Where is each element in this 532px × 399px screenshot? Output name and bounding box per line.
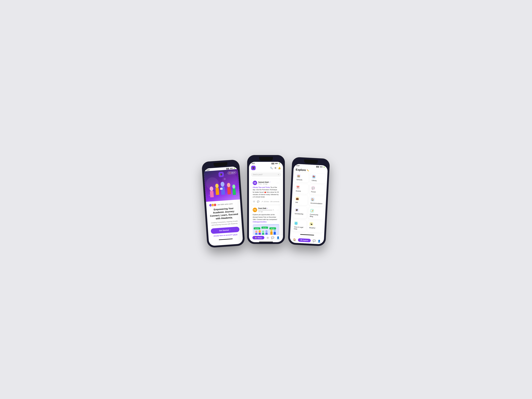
scholarship-label: Scholarship [295,213,305,215]
home-indicator-1 [219,239,233,240]
comment-icon[interactable]: 💬 [257,201,259,203]
post-input[interactable]: Send a post? ✈ [251,172,281,177]
svg-rect-7 [221,186,225,195]
community-blog-icon: 📝 [310,209,314,213]
post2-meta: Event Announcements 🎖 · 1m ago [258,209,277,212]
explore-card-library[interactable]: 📚 Library [310,173,326,184]
wifi-icon-3: WiFi [320,166,323,168]
search-icon[interactable]: 🔍 [270,167,273,169]
like-icon[interactable]: 🤍 [253,201,255,203]
scholarship-icon: 🎓 [295,208,299,212]
send-icon: ✈ [278,174,279,176]
svg-rect-5 [215,188,219,195]
explore-nav-messages[interactable]: 💬 [313,239,316,242]
home-label: Home [258,237,262,239]
explore-nav-home[interactable]: 🏠 [293,238,296,241]
onboard-title: Empowering Your Academic Journey: Connec… [209,207,239,221]
post1-avatar: SA [253,181,257,185]
post1-text: #Study Tips and Tricks Tip of the day: U… [253,186,279,198]
language-button[interactable]: 🇬🇧 EN ▾ [227,171,237,175]
post2-user: FO Femi Ote$ ✓ Event Announcements 🎖 · 1… [253,207,277,212]
weather-label: Weather [309,227,321,229]
svg-rect-3 [210,191,214,197]
explore-card-forum[interactable]: 💬 Forum [309,184,325,195]
grid-icon: ⊞ [267,236,269,239]
nav-home[interactable]: 🏠 Home [253,236,265,239]
events-icon: 📅 [296,185,300,189]
explore-card-accommodation[interactable]: 🏠 Accommodation [309,196,325,207]
login-link[interactable]: Log in [233,234,237,235]
nav-explore[interactable]: ⊞ [267,236,269,239]
explore-card-classroom[interactable]: 🖥 Classroom [307,234,323,234]
filter-icon[interactable]: ⚙ [274,167,276,169]
svg-text:WE ARE: WE ARE [271,228,274,229]
feed-scroll[interactable]: SA Samuel Abati ✓ Posts · 1m ago ··· [249,178,283,235]
explore-card-weather[interactable]: 🌤 Weather [307,220,323,233]
app-scene: 9:27 ▌▌▌ WiFi 🔋 🎓 🇬🇧 EN ▾ [204,155,328,244]
phone-explore: 9:27 ▌▌▌ WiFi 🔋 Explore ✏️ [288,157,330,246]
community-blog-label: Community Blog [310,213,322,218]
schools-label: Schools [296,179,307,181]
svg-rect-9 [227,187,231,194]
svg-point-17 [255,231,257,233]
explore-card-events[interactable]: 📅 Events [294,183,309,194]
share-icon[interactable]: ↗ [261,201,263,203]
visa-label: Visa & Legal Help [294,226,304,230]
signal-icon: ▌▌▌ [226,168,229,169]
get-started-button[interactable]: Get Started ← [211,227,240,234]
svg-rect-11 [233,188,236,195]
explore-grid: 🏫 Schools 📚 Library 📅 Events [290,172,328,234]
users-row: A B C Join 500K active users [209,202,238,207]
home-icon: 🏠 [255,237,257,239]
explore-scroll[interactable]: 🏫 Schools 📚 Library 📅 Events [290,172,328,234]
svg-text:RECRUITING: RECRUITING [262,228,267,229]
signal-icon-2: ▌▌▌ [272,163,275,164]
explore-card-visa[interactable]: 🌐 Visa & Legal Help [292,219,307,232]
wifi-icon: WiFi [230,167,233,169]
phone-feed: 9:27 ▌▌▌ WiFi 🔋 🎓 🔍 ⚙ 🔔 Send a post? [247,155,285,244]
onboard-subtitle: Creating Connections, Inspiring Growth, … [210,220,239,226]
profile-icon: 👤 [277,236,279,239]
explore-nav-profile[interactable]: 👤 [317,239,321,243]
chevron-down-icon: ▾ [234,172,235,173]
schools-icon: 🏫 [297,174,300,178]
svg-rect-12 [220,188,223,190]
feed-header: 🎓 🔍 ⚙ 🔔 [249,165,283,171]
feed-post-2: FO Femi Ote$ ✓ Event Announcements 🎖 · 1… [251,206,281,235]
login-text: Already have an account? [214,234,233,237]
explore-card-community-blog[interactable]: 📝 Community Blog [308,207,324,220]
post2-avatar: FO [253,208,257,212]
nav-profile[interactable]: 👤 [277,236,279,239]
svg-text:WE ARE: WE ARE [255,228,259,229]
accommodation-icon: 🏠 [310,197,315,202]
recruiting-illustration: WE ARE RECRUITING WE ARE RECRUITING WE A… [253,224,279,235]
visa-icon: 🌐 [294,221,298,225]
status-bar-2: 9:27 ▌▌▌ WiFi 🔋 [249,162,283,165]
explore-card-schools[interactable]: 🏫 Schools [295,172,309,183]
svg-rect-28 [274,232,276,235]
post2-more[interactable]: ··· [277,209,279,211]
explore-nav-label: Explore [303,239,308,241]
users-count: Join 500K active users [217,203,233,206]
job-icon: 💼 [295,196,299,201]
post1-user: SA Samuel Abati ✓ Posts · 1m ago [253,181,270,185]
explore-card-job[interactable]: 💼 Job [293,195,308,206]
avatar-3: C [213,203,216,206]
accommodation-label: Accommodation [310,202,323,205]
explore-nav-explore[interactable]: ⊞ Explore [298,238,311,242]
message-icon-3: 💬 [313,239,316,242]
feed-post-1: SA Samuel Abati ✓ Posts · 1m ago ··· [251,179,281,204]
library-icon: 📚 [312,175,316,179]
post2-name: Femi Ote$ ✓ [258,207,277,209]
post1-stats: 100 likes · 200 comments [264,201,279,203]
marketplace-icon: 🛒 [293,234,297,235]
post1-actions: 🤍 💬 ↗ 100 likes · 200 comments [253,199,279,203]
nav-messages[interactable]: 💬 [271,236,274,239]
svg-rect-18 [255,233,257,235]
post1-more[interactable]: ··· [277,182,279,184]
avatar-stack: A B C [209,203,216,207]
edit-icon: ✏️ [307,169,309,171]
wifi-icon-2: WiFi [275,163,278,164]
bell-icon[interactable]: 🔔 [278,167,281,169]
explore-card-scholarship[interactable]: 🎓 Scholarship [293,206,307,219]
